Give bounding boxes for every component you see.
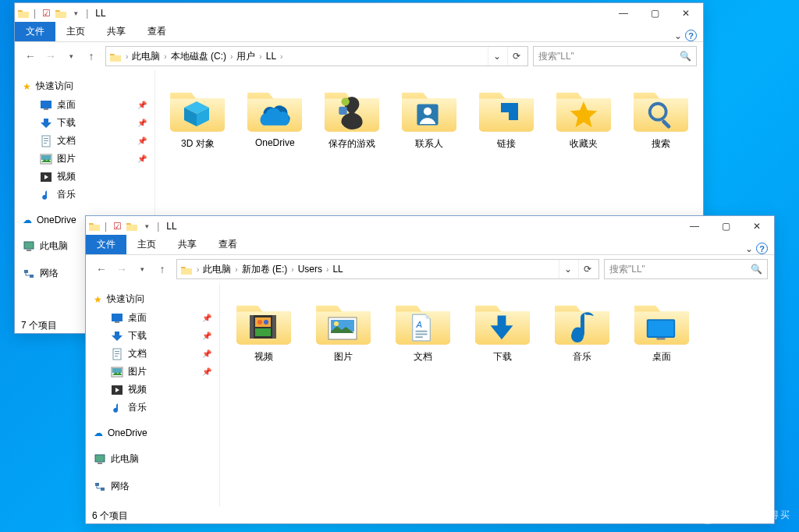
tab-view[interactable]: 查看 [137,22,177,41]
folder-music[interactable]: 音乐 [546,297,618,364]
pin-icon: 📌 [202,349,211,358]
tab-home[interactable]: 主页 [55,22,96,41]
window-title: LL [95,8,105,19]
sidebar-onedrive[interactable]: ☁OneDrive [86,424,219,442]
ribbon-expand-icon[interactable]: ⌄ [745,243,753,254]
up-button[interactable]: ↑ [82,47,101,66]
search-placeholder: 搜索"LL" [538,50,574,63]
watermark-icon: 值 [698,505,717,524]
sidebar-desktop[interactable]: 桌面📌 [86,309,219,327]
pin-icon: 📌 [137,101,147,109]
forward-button[interactable]: → [112,260,131,278]
tab-view[interactable]: 查看 [208,235,248,254]
sidebar-pictures[interactable]: 图片📌 [15,150,154,168]
folder-icon [180,264,193,275]
address-dropdown-icon[interactable]: ⌄ [488,47,505,66]
refresh-icon[interactable]: ⟳ [578,260,595,278]
folder-favorites[interactable]: 收藏夹 [549,84,618,151]
ribbon: 文件 主页 共享 查看 ⌄ ? [86,236,774,255]
tab-home[interactable]: 主页 [126,235,167,254]
folder-documents[interactable]: 文档 [387,297,459,364]
tab-share[interactable]: 共享 [96,22,137,41]
up-button[interactable]: ↑ [153,260,172,278]
maximize-button[interactable]: ▢ [639,4,670,23]
folder-searches[interactable]: 搜索 [626,84,695,151]
address-dropdown-icon[interactable]: ⌄ [559,260,576,278]
qat-properties-icon[interactable]: ☑ [39,6,53,20]
qat-dropdown-icon[interactable]: ▾ [69,6,83,20]
folder-onedrive[interactable]: OneDrive [240,84,310,148]
sidebar-music[interactable]: 音乐 [15,186,154,204]
breadcrumb-seg[interactable]: LL [332,264,343,275]
history-dropdown-icon[interactable]: ▾ [133,260,151,278]
nav-sidebar: ★快速访问 桌面📌 下载📌 文档📌 图片📌 视频 音乐 ☁OneDrive 此电… [86,283,220,506]
search-input[interactable]: 搜索"LL" 🔍 [533,46,697,66]
search-icon[interactable]: 🔍 [751,264,762,275]
maximize-button[interactable]: ▢ [710,217,741,236]
breadcrumb-seg[interactable]: 此电脑 [203,263,231,276]
pin-icon: 📌 [202,314,211,322]
folder-saved-games[interactable]: 保存的游戏 [318,84,387,151]
tab-file[interactable]: 文件 [86,235,126,254]
quick-access[interactable]: ★快速访问 [86,289,219,309]
sidebar-videos[interactable]: 视频 [86,381,219,399]
search-icon[interactable]: 🔍 [680,51,691,62]
breadcrumb-seg[interactable]: 用户 [236,50,255,63]
pin-icon: 📌 [202,332,211,340]
history-dropdown-icon[interactable]: ▾ [62,47,80,66]
sidebar-music[interactable]: 音乐 [86,399,219,417]
tab-file[interactable]: 文件 [15,22,55,41]
sidebar-downloads[interactable]: 下载📌 [86,327,219,345]
close-button[interactable]: ✕ [741,217,772,236]
sidebar-network[interactable]: 网络 [86,477,219,496]
sidebar-pictures[interactable]: 图片📌 [86,363,219,381]
folder-3d-objects[interactable]: 3D 对象 [163,84,233,151]
folder-contacts[interactable]: 联系人 [395,84,464,151]
sidebar-documents[interactable]: 文档📌 [15,132,154,150]
ribbon-expand-icon[interactable]: ⌄ [674,30,682,41]
close-button[interactable]: ✕ [670,4,701,23]
pin-icon: 📌 [137,137,147,145]
nav-row: ← → ▾ ↑ › 此电脑› 新加卷 (E:)› Users› LL ⌄ ⟳ 搜… [86,255,774,283]
folder-downloads[interactable]: 下载 [467,297,538,364]
tab-share[interactable]: 共享 [167,235,208,254]
title-bar[interactable]: | ☑ ▾ | LL — ▢ ✕ [86,216,774,236]
quick-access[interactable]: ★快速访问 [15,76,154,96]
address-bar[interactable]: › 此电脑› 本地磁盘 (C:)› 用户› LL› ⌄ ⟳ [105,46,528,66]
breadcrumb-seg[interactable]: Users [298,264,322,275]
folder-content[interactable]: 视频 图片 文档 下载 音乐 桌面 [220,283,774,506]
sidebar-this-pc[interactable]: 此电脑 [86,449,219,469]
help-icon[interactable]: ? [685,30,697,41]
address-bar[interactable]: › 此电脑› 新加卷 (E:)› Users› LL ⌄ ⟳ [176,259,599,279]
qat-dropdown-icon[interactable]: ▾ [140,219,154,233]
folder-videos[interactable]: 视频 [228,297,300,364]
sidebar-videos[interactable]: 视频 [15,168,154,186]
sidebar-documents[interactable]: 文档📌 [86,345,219,363]
pin-icon: 📌 [137,119,147,127]
qat-properties-icon[interactable]: ☑ [110,219,124,233]
minimize-button[interactable]: — [679,217,710,236]
title-bar[interactable]: | ☑ ▾ | LL — ▢ ✕ [15,3,703,23]
back-button[interactable]: ← [92,260,111,278]
minimize-button[interactable]: — [608,4,639,23]
forward-button[interactable]: → [41,47,60,66]
folder-pictures[interactable]: 图片 [307,297,379,364]
search-input[interactable]: 搜索"LL" 🔍 [604,259,768,279]
folder-icon [16,6,30,20]
qat-newfolder-icon[interactable] [54,6,68,20]
sidebar-downloads[interactable]: 下载📌 [15,114,154,132]
folder-icon [109,51,122,62]
nav-row: ← → ▾ ↑ › 此电脑› 本地磁盘 (C:)› 用户› LL› ⌄ ⟳ 搜索… [15,42,703,70]
folder-desktop[interactable]: 桌面 [626,297,698,364]
back-button[interactable]: ← [21,47,40,66]
qat-newfolder-icon[interactable] [125,219,139,233]
help-icon[interactable]: ? [756,243,768,254]
breadcrumb-seg[interactable]: 本地磁盘 (C:) [171,50,226,63]
sidebar-desktop[interactable]: 桌面📌 [15,96,154,114]
breadcrumb-seg[interactable]: 此电脑 [132,50,160,63]
watermark: 值 值·什么值得买 [698,505,791,524]
refresh-icon[interactable]: ⟳ [507,47,524,66]
breadcrumb-seg[interactable]: 新加卷 (E:) [242,263,288,276]
folder-links[interactable]: 链接 [471,84,541,151]
breadcrumb-seg[interactable]: LL [266,51,276,62]
